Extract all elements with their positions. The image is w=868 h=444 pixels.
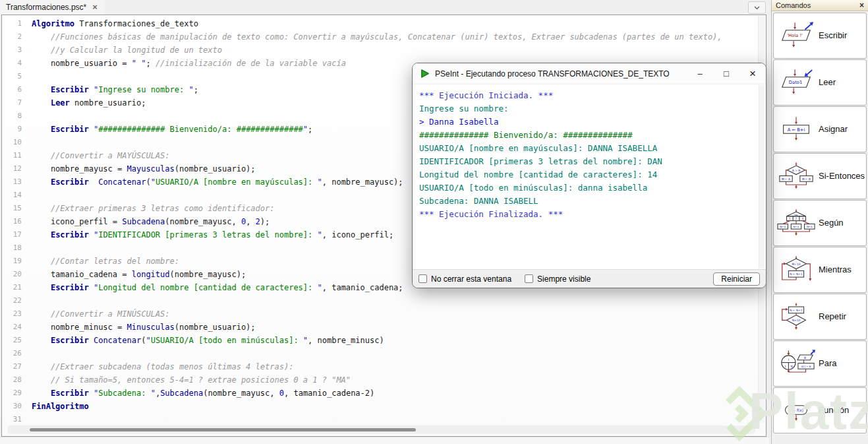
svg-text:3: 3	[801, 217, 803, 220]
console-line: Longitud del nombre [cantidad de caracte…	[419, 168, 759, 181]
code-line: 31	[2, 413, 766, 426]
code-line: 28 // Si tamaño=5, entonces 5-4=1 ? extr…	[2, 373, 766, 387]
command-label: Si-Entonces	[819, 171, 865, 181]
repeat-flow-icon: N ← N+1 N=10	[777, 302, 815, 331]
command-label: Escribir	[819, 30, 847, 40]
svg-text:Dato1: Dato1	[789, 80, 802, 86]
line-number: 14	[2, 189, 32, 202]
maximize-button[interactable]: □	[713, 63, 739, 84]
svg-text:N ← N+1: N ← N+1	[790, 309, 803, 312]
command-repetir[interactable]: N ← N+1 N=10 Repetir	[773, 294, 867, 340]
svg-text:N ← N+1: N ← N+1	[790, 272, 803, 276]
command-asignar[interactable]: A ← B+i Asignar	[773, 106, 867, 152]
svg-text:A ← B+i: A ← B+i	[788, 127, 805, 133]
line-number: 8	[2, 110, 32, 123]
switch-flow-icon: sw 1 2 3 N←A N←A N←A	[777, 208, 815, 237]
line-number: 16	[2, 215, 32, 228]
line-number: 23	[2, 307, 32, 321]
console-line: IDENTIFICADOR [primeras 3 letras del nom…	[419, 155, 759, 168]
run-dialog: PSeInt - Ejecutando proceso TRANSFORMACI…	[412, 63, 767, 288]
line-number: 18	[2, 241, 32, 255]
write-flow-icon: 'Hola !'	[777, 21, 815, 49]
line-number: 21	[2, 281, 32, 294]
read-flow-icon: Dato1	[777, 68, 815, 96]
code-line: 29 Escribir "Subcadena: ",Subcadena(nomb…	[2, 387, 766, 400]
command-label: Mientras	[819, 265, 852, 274]
command-para[interactable]: i 1 N B A[i] ← B Para	[773, 340, 867, 387]
code-line: 25 Escribir Concatenar("USUARIO/A [todo …	[2, 334, 766, 347]
line-number: 15	[2, 202, 32, 215]
svg-text:M ← A: M ← A	[782, 177, 790, 181]
minimize-button[interactable]: –	[687, 63, 713, 84]
no-close-checkbox[interactable]: No cerrar esta ventana	[419, 274, 511, 284]
tab-close-icon[interactable]: ×	[92, 3, 98, 11]
dialog-title-bar[interactable]: PSeInt - Ejecutando proceso TRANSFORMACI…	[413, 63, 766, 84]
for-flow-icon: i 1 N B A[i] ← B	[777, 349, 815, 377]
while-flow-icon: M<10 N ← N+1	[777, 255, 815, 284]
command-escribir[interactable]: 'Hola !' Escribir	[773, 13, 867, 59]
svg-text:y ← f(x): y ← f(x)	[789, 408, 803, 413]
svg-text:N←A: N←A	[780, 225, 786, 228]
command-label: Asignar	[819, 124, 848, 134]
dialog-footer: No cerrar esta ventana Siempre visible R…	[413, 269, 766, 288]
checkbox-icon[interactable]	[419, 274, 427, 283]
line-number: 3	[2, 44, 32, 57]
svg-text:1: 1	[784, 365, 786, 369]
line-number: 19	[2, 255, 32, 268]
scrollbar-thumb[interactable]	[30, 428, 416, 431]
line-number: 27	[2, 360, 32, 373]
line-number: 30	[2, 400, 32, 413]
panel-close-icon[interactable]: ×	[859, 1, 864, 9]
restart-button[interactable]: Reiniciar	[713, 272, 760, 286]
command-leer[interactable]: Dato1 Leer	[773, 59, 867, 106]
commands-panel-title: Comandos	[776, 1, 811, 9]
svg-text:'Hola !': 'Hola !'	[787, 34, 803, 39]
command-funcion[interactable]: y ← f(x) Función	[773, 387, 867, 433]
console-scrollbar[interactable]	[759, 85, 765, 269]
no-close-label: No cerrar esta ventana	[431, 274, 511, 284]
svg-text:M ← B: M ← B	[802, 177, 811, 181]
line-number: 2	[2, 30, 32, 44]
line-number: 4	[2, 57, 32, 70]
command-mientras[interactable]: M<10 N ← N+1 Mientras	[773, 247, 867, 293]
console-line: Ingrese su nombre:	[419, 102, 759, 115]
pseint-play-icon	[420, 69, 430, 79]
code-line: 22	[2, 294, 766, 307]
line-number: 24	[2, 321, 32, 334]
svg-text:1: 1	[789, 217, 791, 220]
line-number: 1	[2, 17, 32, 30]
editor-horizontal-scrollbar[interactable]	[7, 426, 755, 434]
svg-text:M<10: M<10	[792, 263, 801, 266]
svg-text:A > B: A > B	[792, 169, 800, 172]
svg-text:B: B	[804, 356, 806, 360]
close-button[interactable]: ×	[739, 63, 766, 84]
command-si-entonces[interactable]: A > B M ← A M ← B Si-Entonces	[773, 153, 867, 199]
console-line: USUARIO/A [todo en minúsculas]: danna is…	[419, 181, 759, 195]
line-number: 11	[2, 149, 32, 162]
tab-transformaciones[interactable]: Transformaciones.psc* ×	[0, 0, 104, 15]
commands-panel-header: Comandos ×	[772, 0, 868, 11]
bottom-strip	[0, 437, 769, 444]
code-line: 23 //Convertir a MINÚSCULAS:	[2, 307, 766, 321]
line-number: 6	[2, 83, 32, 96]
command-label: Leer	[819, 77, 836, 87]
tab-list-dropdown-button[interactable]	[748, 1, 766, 14]
line-number: 9	[2, 123, 32, 136]
line-number: 20	[2, 268, 32, 281]
svg-text:N: N	[791, 365, 793, 369]
checkbox-icon[interactable]	[525, 274, 533, 283]
line-number: 17	[2, 228, 32, 241]
command-label: Función	[819, 405, 849, 415]
command-label: Según	[819, 218, 844, 228]
svg-text:A[i] ← B: A[i] ← B	[801, 365, 811, 368]
console-output[interactable]: *** Ejecución Iniciada. ***Ingrese su no…	[413, 84, 766, 269]
always-visible-checkbox[interactable]: Siempre visible	[525, 274, 591, 284]
line-number: 22	[2, 294, 32, 307]
console-line: Subcadena: DANNA ISABELL	[419, 195, 759, 208]
line-number: 26	[2, 347, 32, 360]
code-line: 26	[2, 347, 766, 360]
line-number: 13	[2, 175, 32, 189]
command-segun[interactable]: sw 1 2 3 N←A N←A N←A Según	[773, 200, 867, 246]
assign-flow-icon: A ← B+i	[777, 115, 815, 143]
code-line: 3 //y Calcular la longitud de un texto	[2, 44, 766, 57]
